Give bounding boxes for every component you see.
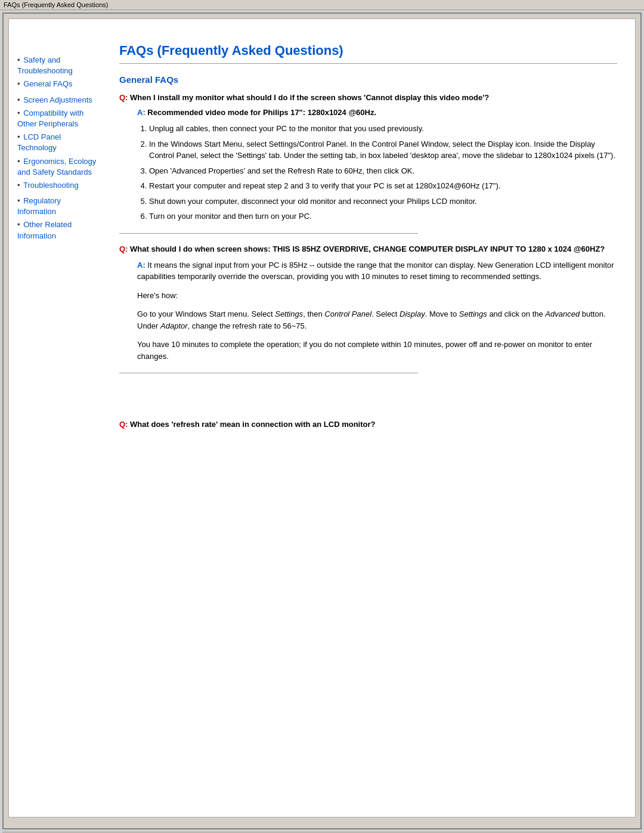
- q1-step-6: Turn on your monitor and then turn on yo…: [149, 210, 617, 222]
- q2-divider: [119, 373, 418, 373]
- sidebar-link-lcd[interactable]: LCD Panel Technology: [17, 132, 61, 152]
- sidebar: • Safety and Troubleshooting • General F…: [9, 19, 107, 817]
- main-content: FAQs (Frequently Asked Questions) Genera…: [107, 19, 635, 817]
- bullet-icon: •: [17, 95, 20, 104]
- q2-answer-block: A: It means the signal input from your P…: [137, 259, 617, 363]
- spacer: [119, 384, 617, 420]
- page-title: FAQs (Frequently Asked Questions): [119, 43, 617, 58]
- q2-answer-text: It means the signal input from your PC i…: [137, 261, 614, 281]
- window-titlebar: FAQs (Frequently Asked Questions): [0, 0, 644, 10]
- q1-step-5: Shut down your computer, disconnect your…: [149, 196, 617, 208]
- q1-label: Q:: [119, 93, 128, 102]
- sidebar-nav: • Safety and Troubleshooting • General F…: [17, 55, 101, 241]
- sidebar-item-general-faqs[interactable]: • General FAQs: [17, 79, 101, 89]
- question-3: Q: What does 'refresh rate' mean in conn…: [119, 420, 617, 429]
- settings-italic: Settings: [275, 309, 303, 318]
- sidebar-link-regulatory[interactable]: Regulatory Information: [17, 196, 61, 216]
- settings2-italic: Settings: [459, 309, 487, 318]
- q1-a-label: A:: [137, 108, 145, 117]
- adaptor-italic: Adaptor: [160, 321, 188, 330]
- display-italic: Display: [400, 309, 425, 318]
- q1-step-3: Open 'Advanced Properties' and set the R…: [149, 165, 617, 177]
- page-content: • Safety and Troubleshooting • General F…: [8, 18, 636, 817]
- sidebar-link-compatibility[interactable]: Compatibility with Other Peripherals: [17, 109, 83, 128]
- sidebar-link-ergonomics[interactable]: Ergonomics, Ecology and Safety Standards: [17, 157, 96, 176]
- sidebar-item-troubleshooting[interactable]: • Troubleshooting: [17, 180, 101, 191]
- sidebar-link-general-faqs[interactable]: General FAQs: [23, 79, 72, 88]
- sidebar-item-compatibility[interactable]: • Compatibility with Other Peripherals: [17, 108, 101, 129]
- bullet-icon: •: [17, 196, 20, 205]
- title-divider: [119, 63, 617, 64]
- q2-answer-para: A: It means the signal input from your P…: [137, 259, 617, 283]
- sidebar-item-regulatory[interactable]: • Regulatory Information: [17, 196, 101, 217]
- sidebar-link-troubleshooting[interactable]: Troubleshooting: [23, 181, 79, 190]
- question-2-text: Q: What should I do when screen shows: T…: [119, 244, 617, 253]
- sidebar-item-safety[interactable]: • Safety and Troubleshooting: [17, 55, 101, 76]
- q1-steps-list: Unplug all cables, then connect your PC …: [149, 123, 617, 222]
- bullet-icon: •: [17, 181, 20, 190]
- q1-answer-block: A: Recommended video mode for Philips 17…: [137, 108, 617, 222]
- q2-heres-how: Here's how:: [137, 290, 617, 302]
- q2-a-label: A:: [137, 261, 145, 270]
- question-1: Q: When I install my monitor what should…: [119, 93, 617, 222]
- bullet-icon: •: [17, 220, 20, 229]
- q1-answer-intro-text: Recommended video mode for Philips 17": …: [147, 108, 376, 117]
- q1-step-2: In the Windows Start Menu, select Settin…: [149, 138, 617, 162]
- q2-label: Q:: [119, 244, 128, 253]
- sidebar-link-screen[interactable]: Screen Adjustments: [23, 95, 92, 104]
- q1-step-1: Unplug all cables, then connect your PC …: [149, 123, 617, 135]
- advanced-italic: Advanced: [545, 309, 580, 318]
- bullet-icon: •: [17, 55, 20, 64]
- sidebar-item-lcd[interactable]: • LCD Panel Technology: [17, 132, 101, 153]
- browser-window: • Safety and Troubleshooting • General F…: [2, 13, 642, 829]
- control-panel-italic: Control Panel: [324, 309, 371, 318]
- q1-step-4: Restart your computer and repeat step 2 …: [149, 180, 617, 192]
- q3-label: Q:: [119, 420, 128, 429]
- bullet-icon: •: [17, 109, 20, 117]
- bullet-icon: •: [17, 132, 20, 141]
- q3-question: What does 'refresh rate' mean in connect…: [130, 420, 375, 429]
- sidebar-item-ergonomics[interactable]: • Ergonomics, Ecology and Safety Standar…: [17, 156, 101, 178]
- q2-minutes-text: You have 10 minutes to complete the oper…: [137, 339, 617, 362]
- section-title: General FAQs: [119, 75, 617, 85]
- bullet-icon: •: [17, 157, 20, 166]
- q1-question: When I install my monitor what should I …: [130, 93, 489, 102]
- question-2: Q: What should I do when screen shows: T…: [119, 244, 617, 363]
- q2-question: What should I do when screen shows: THIS…: [130, 244, 605, 253]
- sidebar-link-other[interactable]: Other Related Information: [17, 220, 72, 240]
- sidebar-item-screen[interactable]: • Screen Adjustments: [17, 95, 101, 106]
- sidebar-item-other[interactable]: • Other Related Information: [17, 219, 101, 241]
- sidebar-link-safety[interactable]: Safety and Troubleshooting: [17, 55, 73, 75]
- question-1-text: Q: When I install my monitor what should…: [119, 93, 617, 102]
- question-3-text: Q: What does 'refresh rate' mean in conn…: [119, 420, 617, 429]
- q1-divider: [119, 233, 418, 234]
- q2-instructions: Go to your Windows Start menu. Select Se…: [137, 308, 617, 332]
- bullet-icon: •: [17, 79, 20, 88]
- q1-answer-intro: A: Recommended video mode for Philips 17…: [137, 108, 617, 117]
